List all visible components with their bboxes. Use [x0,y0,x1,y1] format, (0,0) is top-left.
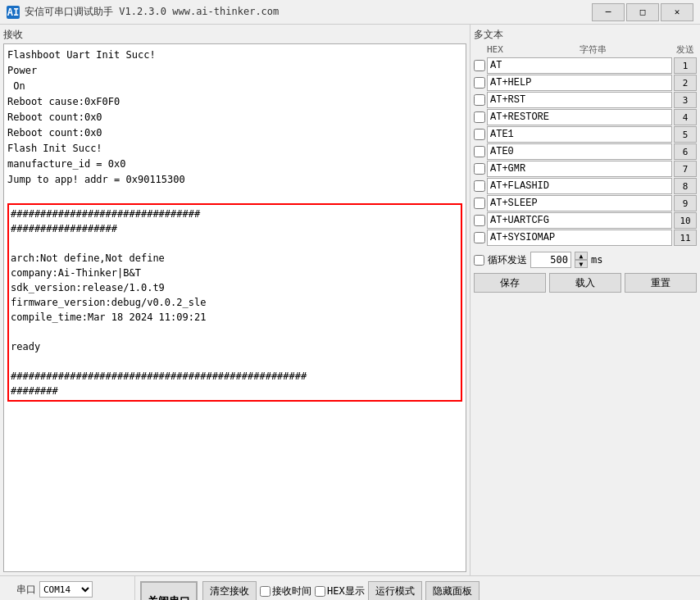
recv-time-check[interactable] [260,586,270,597]
col-send-header: 发送 [674,43,697,56]
load-button[interactable]: 载入 [549,273,621,293]
titlebar: AI 安信可串口调试助手 V1.2.3.0 www.ai-thinker.com… [0,0,700,25]
connect-button[interactable]: 关闭串口 [140,581,198,600]
right-panel: 多文本 HEX 字符串 发送 1234567891011 循环发送 ▲ ▼ ms… [470,25,700,575]
bottom-inner: 串口 COM14 波特率 115200 数据位 8 校验位 N [0,576,700,600]
at-input-2[interactable] [487,75,672,91]
at-row-7: 7 [474,161,697,177]
at-row-2: 2 [474,75,697,91]
port-row: 串口 COM14 [5,581,130,598]
action-btns: 保存 载入 重置 [474,273,697,293]
at-row-10: 10 [474,212,697,229]
at-row-3: 3 [474,92,697,108]
highlighted-block: ################################ #######… [7,203,462,402]
at-input-5[interactable] [487,126,672,143]
at-checkbox-7[interactable] [474,163,485,175]
at-row-11: 11 [474,230,697,246]
at-input-4[interactable] [487,109,672,125]
at-checkbox-4[interactable] [474,111,485,123]
at-input-6[interactable] [487,143,672,160]
at-checkbox-9[interactable] [474,198,485,209]
at-row-9: 9 [474,195,697,211]
at-send-btn-10[interactable]: 10 [674,212,697,229]
reset-button[interactable]: 重置 [625,273,697,293]
ms-label: ms [591,254,602,266]
hide-panel-button[interactable]: 隐藏面板 [425,581,480,600]
port-label: 串口 [5,583,36,597]
loop-input[interactable] [530,252,571,268]
at-send-btn-8[interactable]: 8 [674,178,697,194]
spinner-down[interactable]: ▼ [575,260,588,268]
at-checkbox-8[interactable] [474,180,485,192]
hex-show-check[interactable] [315,586,325,597]
save-button[interactable]: 保存 [474,273,546,293]
clear-recv-button[interactable]: 清空接收 [202,581,257,600]
at-send-btn-5[interactable]: 5 [674,126,697,143]
loop-send-checkbox[interactable] [474,255,484,266]
at-checkbox-11[interactable] [474,232,485,243]
multitext-header: 多文本 [474,28,697,42]
maximize-button[interactable]: □ [626,3,659,21]
port-select[interactable]: COM14 [39,581,93,598]
at-row-6: 6 [474,143,697,160]
at-input-10[interactable] [487,212,672,229]
loop-label: 循环发送 [488,253,527,267]
at-send-btn-7[interactable]: 7 [674,161,697,177]
main-content: 接收 Flashboot Uart Init Succ! Power On Re… [0,25,700,575]
at-rows-container: 1234567891011 [474,57,697,247]
receive-text[interactable]: Flashboot Uart Init Succ! Power On Reboo… [3,43,466,572]
receive-label: 接收 [3,28,466,42]
at-send-btn-3[interactable]: 3 [674,92,697,108]
recv-time-checkbox[interactable]: 接收时间 [260,584,311,598]
minimize-button[interactable]: ─ [592,3,625,21]
multitext-label: 多文本 [474,28,503,42]
loop-row: 循环发送 ▲ ▼ ms [474,250,697,270]
at-checkbox-2[interactable] [474,77,485,89]
at-row-8: 8 [474,178,697,194]
bottom-right: 关闭串口 清空接收 接收时间 HEX显示 运行模式 隐藏面板 [135,576,700,600]
at-send-btn-9[interactable]: 9 [674,195,697,211]
bottom-section: 串口 COM14 波特率 115200 数据位 8 校验位 N [0,575,700,600]
toolbar-row1: 清空接收 接收时间 HEX显示 运行模式 隐藏面板 [202,581,480,600]
spinner-up[interactable]: ▲ [575,252,588,260]
at-checkbox-5[interactable] [474,129,485,140]
titlebar-title: 安信可串口调试助手 V1.2.3.0 www.ai-thinker.com [25,5,279,19]
port-settings: 串口 COM14 波特率 115200 数据位 8 校验位 N [0,576,135,600]
at-row-5: 5 [474,126,697,143]
titlebar-left: AI 安信可串口调试助手 V1.2.3.0 www.ai-thinker.com [7,5,279,19]
at-checkbox-6[interactable] [474,146,485,157]
at-send-btn-4[interactable]: 4 [674,109,697,125]
at-send-btn-1[interactable]: 1 [674,57,697,74]
receive-panel: 接收 Flashboot Uart Init Succ! Power On Re… [0,25,470,575]
col-headers: HEX 字符串 发送 [474,43,697,56]
col-hex-header: HEX [487,44,511,55]
col-str-header: 字符串 [511,43,674,56]
hex-show-checkbox[interactable]: HEX显示 [315,584,365,598]
at-input-1[interactable] [487,57,672,74]
run-mode-button[interactable]: 运行模式 [368,581,422,600]
loop-spinner: ▲ ▼ [575,252,588,268]
top-controls: 关闭串口 清空接收 接收时间 HEX显示 运行模式 隐藏面板 [140,581,695,600]
at-row-4: 4 [474,109,697,125]
titlebar-controls: ─ □ ✕ [592,3,693,21]
at-input-8[interactable] [487,178,672,194]
close-button[interactable]: ✕ [661,3,693,21]
at-input-9[interactable] [487,195,672,211]
at-checkbox-1[interactable] [474,60,485,71]
at-send-btn-6[interactable]: 6 [674,143,697,160]
at-input-11[interactable] [487,230,672,246]
at-checkbox-10[interactable] [474,215,485,226]
at-checkbox-3[interactable] [474,94,485,106]
at-send-btn-2[interactable]: 2 [674,75,697,91]
at-row-1: 1 [474,57,697,74]
at-input-7[interactable] [487,161,672,177]
at-input-3[interactable] [487,92,672,108]
app-icon: AI [7,6,20,19]
toolbar-col: 清空接收 接收时间 HEX显示 运行模式 隐藏面板 保存接收 [202,581,480,600]
at-send-btn-11[interactable]: 11 [674,230,697,246]
